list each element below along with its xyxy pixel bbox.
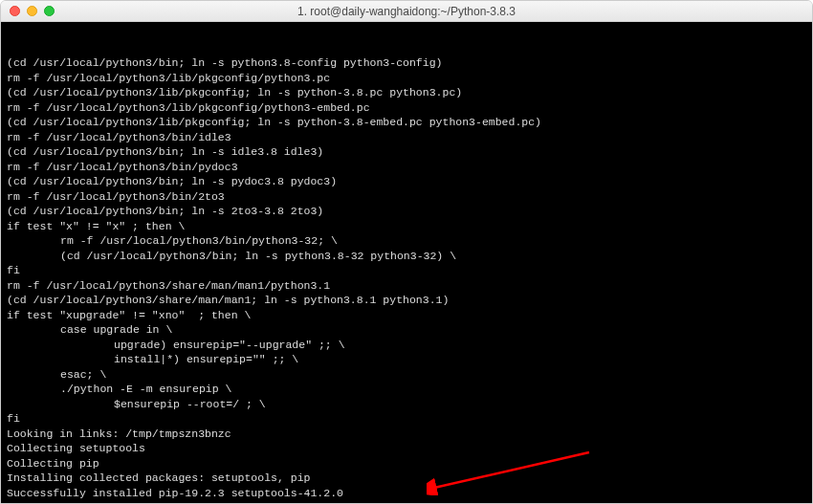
terminal-line: fi bbox=[7, 263, 806, 278]
terminal-line: Installing collected packages: setuptool… bbox=[7, 471, 806, 486]
terminal-line: (cd /usr/local/python3/bin; ln -s idle3.… bbox=[7, 144, 806, 160]
terminal-line: esac; \ bbox=[7, 367, 806, 383]
terminal-line: Collecting pip bbox=[7, 456, 806, 471]
terminal-line: rm -f /usr/local/python3/bin/python3-32;… bbox=[7, 233, 806, 249]
terminal-body[interactable]: (cd /usr/local/python3/bin; ln -s python… bbox=[1, 22, 812, 503]
terminal-line: (cd /usr/local/python3/bin; ln -s python… bbox=[7, 55, 806, 71]
traffic-lights bbox=[1, 6, 55, 16]
terminal-line: Collecting setuptools bbox=[7, 441, 806, 456]
terminal-output: (cd /usr/local/python3/bin; ln -s python… bbox=[7, 55, 806, 500]
terminal-line: Successfully installed pip-19.2.3 setupt… bbox=[7, 486, 806, 501]
terminal-line: rm -f /usr/local/python3/bin/pydoc3 bbox=[7, 160, 806, 175]
terminal-line: if test "xupgrade" != "xno" ; then \ bbox=[7, 308, 806, 323]
terminal-line: install|*) ensurepip="" ;; \ bbox=[7, 352, 806, 367]
terminal-line: Looking in links: /tmp/tmpszn3bnzc bbox=[7, 427, 806, 442]
close-icon[interactable] bbox=[10, 6, 20, 16]
terminal-line: rm -f /usr/local/python3/lib/pkgconfig/p… bbox=[7, 71, 806, 86]
window-title: 1. root@daily-wanghaidong:~/Python-3.8.3 bbox=[1, 5, 812, 18]
terminal-line: (cd /usr/local/python3/bin; ln -s pydoc3… bbox=[7, 174, 806, 189]
terminal-line: ./python -E -m ensurepip \ bbox=[7, 382, 806, 397]
terminal-line: (cd /usr/local/python3/lib/pkgconfig; ln… bbox=[7, 115, 806, 130]
terminal-line: rm -f /usr/local/python3/bin/idle3 bbox=[7, 130, 806, 145]
terminal-line: (cd /usr/local/python3/share/man/man1; l… bbox=[7, 293, 806, 308]
terminal-line: fi bbox=[7, 411, 806, 427]
terminal-line: (cd /usr/local/python3/bin; ln -s 2to3-3… bbox=[7, 204, 806, 219]
minimize-icon[interactable] bbox=[27, 6, 37, 16]
maximize-icon[interactable] bbox=[44, 6, 55, 16]
terminal-line: $ensurepip --root=/ ; \ bbox=[7, 397, 806, 412]
terminal-line: upgrade) ensurepip="--upgrade" ;; \ bbox=[7, 338, 806, 353]
terminal-window: 1. root@daily-wanghaidong:~/Python-3.8.3… bbox=[0, 0, 813, 504]
terminal-line: (cd /usr/local/python3/bin; ln -s python… bbox=[7, 249, 806, 264]
terminal-line: rm -f /usr/local/python3/lib/pkgconfig/p… bbox=[7, 100, 806, 116]
terminal-line: (cd /usr/local/python3/lib/pkgconfig; ln… bbox=[7, 85, 806, 100]
terminal-line: rm -f /usr/local/python3/bin/2to3 bbox=[7, 189, 806, 205]
terminal-line: rm -f /usr/local/python3/share/man/man1/… bbox=[7, 278, 806, 294]
terminal-line: if test "x" != "x" ; then \ bbox=[7, 219, 806, 234]
terminal-line: case upgrade in \ bbox=[7, 322, 806, 338]
titlebar[interactable]: 1. root@daily-wanghaidong:~/Python-3.8.3 bbox=[1, 1, 812, 22]
